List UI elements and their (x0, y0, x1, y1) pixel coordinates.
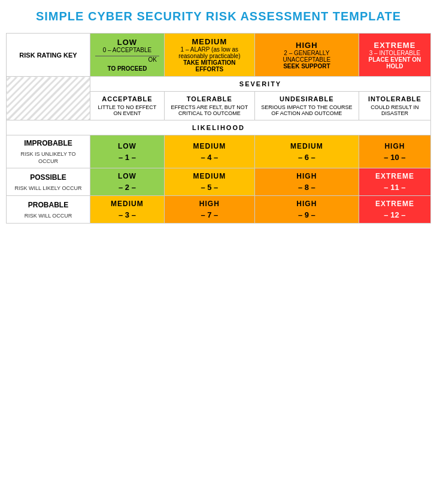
risk-name-2-1: LOW (95, 172, 159, 180)
rating-sub-medium: 1 – ALARP (as low as reasonably practica… (169, 46, 250, 59)
risk-cell-3-3: HIGH – 9 – (254, 196, 359, 224)
risk-num-3-3: – 9 – (260, 210, 354, 219)
risk-cell-3-1: MEDIUM – 3 – (90, 196, 165, 224)
risk-cell-2-3: HIGH – 8 – (254, 168, 359, 196)
risk-cell-2-4: EXTREME – 11 – (359, 168, 430, 196)
risk-num-1-4: – 10 – (364, 153, 426, 162)
probable-title: PROBABLE (11, 201, 85, 209)
rating-action-high: SEEK SUPPORT (260, 63, 354, 70)
severity-col-intolerable: INTOLERABLE COULD RESULT IN DISASTER (359, 92, 430, 120)
rating-action-extreme: PLACE EVENT ON HOLD (364, 56, 426, 70)
risk-cell-1-2: MEDIUM – 4 – (164, 135, 254, 168)
probable-sub: RISK WILL OCCUR (25, 213, 72, 219)
risk-name-3-4: EXTREME (364, 200, 426, 208)
risk-cell-2-2: MEDIUM – 5 – (164, 168, 254, 196)
risk-cell-2-1: LOW – 2 – (90, 168, 165, 196)
risk-cell-1-3: MEDIUM – 6 – (254, 135, 359, 168)
rating-col-extreme: EXTREME 3 – INTOLERABLE PLACE EVENT ON H… (359, 34, 430, 77)
rating-action-medium: TAKE MITIGATION EFFORTS (169, 59, 250, 73)
severity-hatched-cell (7, 77, 90, 120)
rating-head-extreme: EXTREME (364, 41, 426, 50)
sev-sub-acceptable: LITTLE TO NO EFFECT ON EVENT (95, 104, 159, 116)
sev-sub-intolerable: COULD RESULT IN DISASTER (364, 104, 426, 116)
risk-name-3-1: MEDIUM (95, 200, 159, 208)
severity-header: SEVERITY (90, 77, 431, 92)
possible-sub: RISK WILL LIKELY OCCUR (15, 185, 82, 191)
ok-line-low: OK (95, 56, 159, 63)
risk-name-1-1: LOW (95, 142, 159, 150)
rating-col-high: HIGH 2 – GENERALLY UNACCEPTABLE SEEK SUP… (254, 34, 359, 77)
risk-num-1-3: – 6 – (260, 153, 354, 162)
risk-cell-3-4: EXTREME – 12 – (359, 196, 430, 224)
likelihood-label: LIKELIHOOD (7, 120, 431, 135)
sev-head-acceptable: ACCEPTABLE (95, 95, 159, 102)
rating-col-medium: MEDIUM 1 – ALARP (as low as reasonably p… (164, 34, 254, 77)
risk-num-2-4: – 11 – (364, 183, 426, 192)
likelihood-row-possible: POSSIBLE RISK WILL LIKELY OCCUR (7, 168, 90, 196)
sev-head-tolerable: TOLERABLE (169, 95, 250, 102)
risk-rating-key-label: RISK RATING KEY (7, 34, 90, 77)
risk-num-3-1: – 3 – (95, 210, 159, 219)
possible-title: POSSIBLE (11, 173, 85, 182)
page-title: SIMPLE CYBER SECURITY RISK ASSESSMENT TE… (6, 6, 431, 27)
risk-cell-1-4: HIGH – 10 – (359, 135, 430, 168)
risk-name-2-2: MEDIUM (169, 172, 250, 180)
risk-num-3-4: – 12 – (364, 210, 426, 219)
rating-sub-high: 2 – GENERALLY UNACCEPTABLE (260, 50, 354, 63)
risk-cell-1-1: LOW – 1 – (90, 135, 165, 168)
risk-name-2-4: EXTREME (364, 172, 426, 180)
likelihood-row-probable: PROBABLE RISK WILL OCCUR (7, 196, 90, 224)
rating-action-low: TO PROCEED (95, 65, 159, 72)
risk-num-1-2: – 4 – (169, 153, 250, 162)
risk-name-1-4: HIGH (364, 142, 426, 150)
risk-cell-3-2: HIGH – 7 – (164, 196, 254, 224)
rating-head-high: HIGH (260, 41, 354, 50)
risk-name-1-2: MEDIUM (169, 142, 250, 150)
sev-head-intolerable: INTOLERABLE (364, 95, 426, 102)
likelihood-row-improbable: IMPROBABLE RISK IS UNLIKELY TO OCCUR (7, 135, 90, 168)
rating-head-medium: MEDIUM (169, 37, 250, 46)
rating-sub-extreme: 3 – INTOLERABLE (364, 50, 426, 56)
risk-name-2-3: HIGH (260, 172, 354, 180)
risk-num-2-2: – 5 – (169, 183, 250, 192)
risk-name-1-3: MEDIUM (260, 142, 354, 150)
improbable-sub: RISK IS UNLIKELY TO OCCUR (21, 151, 76, 164)
sev-head-undesirable: UNDESIRABLE (260, 95, 354, 102)
risk-name-3-2: HIGH (169, 200, 250, 208)
severity-col-tolerable: TOLERABLE EFFECTS ARE FELT, BUT NOT CRIT… (164, 92, 254, 120)
risk-name-3-3: HIGH (260, 200, 354, 208)
severity-col-undesirable: UNDESIRABLE SERIOUS IMPACT TO THE COURSE… (254, 92, 359, 120)
rating-sub-low: 0 – ACCEPTABLE (95, 47, 159, 53)
risk-num-2-3: – 8 – (260, 183, 354, 192)
rating-head-low: LOW (95, 38, 159, 47)
severity-col-acceptable: ACCEPTABLE LITTLE TO NO EFFECT ON EVENT (90, 92, 165, 120)
sev-sub-undesirable: SERIOUS IMPACT TO THE COURSE OF ACTION A… (260, 104, 354, 116)
risk-num-2-1: – 2 – (95, 183, 159, 192)
risk-num-1-1: – 1 – (95, 153, 159, 162)
sev-sub-tolerable: EFFECTS ARE FELT, BUT NOT CRITICAL TO OU… (169, 104, 250, 116)
rating-col-low: LOW 0 – ACCEPTABLE OK TO PROCEED (90, 34, 165, 77)
risk-num-3-2: – 7 – (169, 210, 250, 219)
improbable-title: IMPROBABLE (11, 139, 85, 147)
